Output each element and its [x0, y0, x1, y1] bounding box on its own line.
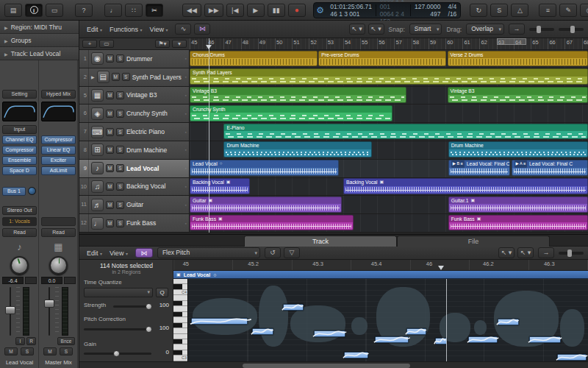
flex-pitch-note[interactable]	[435, 338, 447, 344]
region-crunchy-synth[interactable]: Crunchy Synth	[190, 105, 392, 121]
tab-track[interactable]: Track	[244, 236, 397, 247]
editor-catch-playhead-button[interactable]: →	[538, 247, 554, 258]
time-quantize-select[interactable]	[84, 288, 153, 297]
plugin-slot-channel-eq[interactable]: Channel EQ	[2, 135, 37, 144]
region-guitar[interactable]: Guitar▣	[190, 197, 342, 213]
flex-pitch-note[interactable]	[529, 336, 561, 343]
white-key[interactable]	[173, 328, 187, 333]
solo-button[interactable]: S	[116, 54, 124, 63]
lcd-display[interactable]: ⚙ 01:01:25:06.71 46 1 3 001 0063 1 1 001…	[313, 2, 462, 18]
track-header-backing-vocal[interactable]: 10♫MSBacking Vocal◦	[79, 178, 190, 196]
black-key[interactable]	[173, 350, 187, 355]
track-lane[interactable]: Crunchy Synth	[190, 105, 588, 122]
region-synth-pad-layers[interactable]: Synth Pad Layers	[190, 68, 588, 85]
track-inspector[interactable]: ▶Track: Lead Vocal	[0, 47, 79, 60]
white-key[interactable]	[173, 344, 187, 350]
region-backing-vocal[interactable]: Backing Vocal▣	[190, 178, 250, 194]
track-header-electric-piano[interactable]: 7⌨MSElectric Piano◦	[79, 123, 190, 141]
flex-pitch-note[interactable]	[314, 330, 345, 337]
region-lead-vocal-final-c[interactable]: ▶ A ≡Lead Vocal: Final C	[512, 160, 588, 176]
bar-ruler[interactable]: 4546474849505152535455565758596061626364…	[190, 38, 588, 50]
metronome-button[interactable]: ♩	[104, 4, 122, 17]
track-header-funk-bass[interactable]: 12♩MSFunk Bass◦	[79, 214, 190, 232]
flex-pitch-note[interactable]	[191, 318, 248, 325]
gain-slider[interactable]	[84, 353, 151, 355]
solo-button[interactable]: S	[60, 347, 73, 355]
editor-playhead[interactable]	[446, 279, 447, 361]
piano-keyboard[interactable]: C4C3	[173, 279, 188, 361]
menu-functions[interactable]: Functions ▾	[107, 24, 146, 35]
list-editors-button[interactable]: ≡	[539, 4, 556, 17]
tab-file[interactable]: File	[397, 236, 550, 247]
apple-loops-button[interactable]: ◎	[580, 4, 588, 17]
group-slot[interactable]: 1: Vocals	[2, 217, 37, 226]
mute-button[interactable]: M	[106, 219, 114, 227]
solo-button[interactable]: S	[116, 110, 124, 118]
plugin-slot-ensemble[interactable]: Ensemble	[2, 156, 37, 165]
region-funk-bass[interactable]: Funk Bass▣	[448, 215, 588, 231]
lcd-tempo-sub[interactable]: 497	[415, 10, 440, 18]
mute-button[interactable]: M	[106, 201, 114, 209]
region-lead-vocal[interactable]: Lead Vocal○	[190, 160, 339, 176]
catch-playhead-button[interactable]: →	[509, 24, 525, 35]
pan-knob[interactable]	[10, 256, 29, 275]
editor-region-bar[interactable]: ▣ Lead Vocal ○	[173, 271, 588, 279]
solo-button[interactable]: S	[116, 201, 124, 209]
flex-mode-select[interactable]: Flex Pitch	[157, 247, 260, 258]
track-header-guitar[interactable]: 11♬MSGuitar◦	[79, 196, 190, 213]
flex-pitch-note[interactable]	[283, 304, 304, 311]
white-key[interactable]: C4	[173, 290, 187, 295]
track-header-synth-pad-layers[interactable]: 2▶▤MSSynth Pad Layers◦	[79, 68, 190, 86]
tuner-button[interactable]: ∷	[125, 4, 143, 17]
note-pads-button[interactable]: ✎	[559, 4, 577, 17]
setting-button[interactable]: Setting	[2, 90, 37, 99]
region-inspector[interactable]: ▶Region: MIDI Thru	[0, 21, 79, 34]
automation-mode-button[interactable]: Read	[41, 228, 76, 237]
disclosure-triangle-icon[interactable]: ▶	[91, 74, 95, 79]
mute-button[interactable]: M	[106, 164, 114, 172]
pan-knob[interactable]	[49, 256, 68, 275]
black-key[interactable]	[173, 323, 187, 328]
snap-select[interactable]: Smart	[409, 24, 442, 35]
solo-button[interactable]: S	[116, 164, 124, 172]
automation-button[interactable]: ∿	[175, 24, 191, 35]
plugin-slot-compressor[interactable]: Compressor	[2, 146, 37, 155]
fader-thumb[interactable]	[44, 300, 54, 308]
solo-button[interactable]: S	[116, 146, 124, 154]
mute-button[interactable]: M	[106, 110, 114, 118]
audio-to-midi-button[interactable]: ↺	[265, 247, 281, 258]
editor-ruler[interactable]: 4545.245.345.44646.246.3	[173, 260, 588, 271]
quantize-apply-button[interactable]: Q	[156, 288, 168, 297]
solo-button[interactable]: S	[116, 219, 124, 227]
plugin-slot-space-d[interactable]: Space D	[2, 166, 37, 175]
help-button[interactable]: ?	[75, 4, 93, 17]
setting-button[interactable]: Hyped Mix	[41, 90, 76, 99]
black-key[interactable]	[173, 284, 187, 289]
autopunch-button[interactable]: S	[490, 4, 508, 17]
forward-button[interactable]: ▶▶	[204, 4, 223, 17]
mute-button[interactable]: M	[106, 91, 114, 99]
mute-button[interactable]: M	[43, 347, 57, 355]
left-click-tool[interactable]: ↖ ▾	[349, 24, 365, 35]
quick-help-button[interactable]: ▭	[46, 4, 63, 17]
library-button[interactable]: ▤	[4, 4, 22, 17]
mute-button[interactable]: M	[112, 73, 120, 81]
track-lane[interactable]: Funk Bass▣Funk Bass▣	[190, 214, 588, 232]
track-lane[interactable]: Lead Vocal○▶ B ≡Lead Vocal: Final Co▶ A …	[190, 160, 588, 177]
cmd-click-tool[interactable]: ↖ ▾	[368, 24, 384, 35]
track-header-crunchy-synth[interactable]: 6◈MSCrunchy Synth◦	[79, 105, 190, 122]
editor-vertical-zoom-slider[interactable]	[559, 252, 584, 255]
plugin-slot-adlimit[interactable]: AdLimit	[41, 166, 76, 175]
solo-button[interactable]: S	[116, 128, 124, 136]
i-button[interactable]: I	[15, 337, 25, 345]
white-key[interactable]	[173, 306, 187, 311]
mute-button[interactable]: M	[106, 183, 114, 191]
region-backing-vocal[interactable]: Backing Vocal▣	[343, 178, 588, 194]
plugin-slot-linear-eq[interactable]: Linear EQ	[41, 146, 76, 155]
drag-select[interactable]: Overlap	[466, 24, 504, 35]
gear-icon[interactable]: ⚙	[314, 5, 327, 15]
bnce-button[interactable]: Bnce	[57, 337, 75, 345]
pause-button[interactable]: ▮▮	[268, 4, 285, 17]
track-sort-button[interactable]: ⚑▾	[155, 40, 170, 48]
editor-left-click-tool[interactable]: ↖ ▾	[498, 247, 514, 258]
